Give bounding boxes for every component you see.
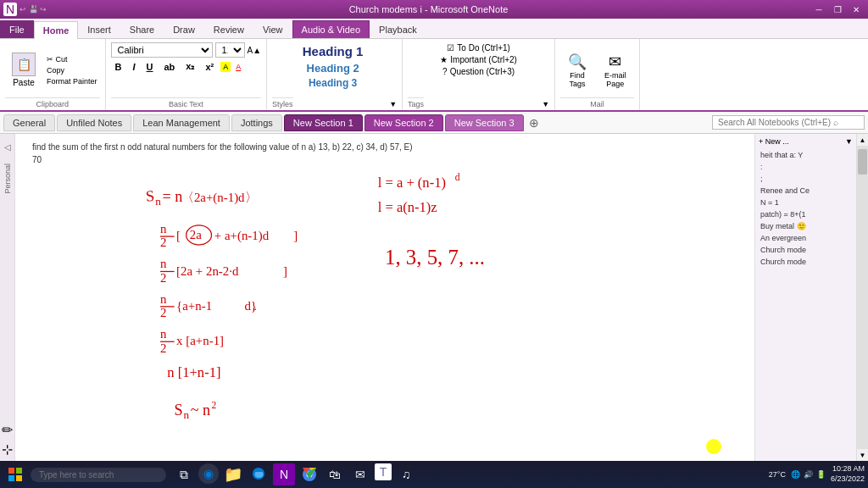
cortana-button[interactable]: ◉: [198, 463, 219, 484]
italic-button[interactable]: I: [128, 60, 139, 74]
nav-tab-newsection2[interactable]: New Section 2: [364, 114, 443, 131]
sidebar-note-1[interactable]: heit that a: Y: [759, 149, 853, 161]
add-section-button[interactable]: ⊕: [526, 116, 542, 130]
window-title: Church modems i - Microsoft OneNote: [349, 4, 509, 14]
styles-more-button[interactable]: ▼: [389, 100, 397, 108]
scroll-thumb[interactable]: [858, 149, 867, 175]
nav-tab-general[interactable]: General: [3, 114, 55, 131]
new-notebook-button[interactable]: + New ...: [759, 137, 789, 146]
svg-text:l = a + (n-1): l = a + (n-1): [378, 175, 446, 191]
copy-button[interactable]: Copy: [44, 65, 100, 75]
edge-button[interactable]: [248, 463, 270, 485]
font-size-select[interactable]: 11: [215, 42, 245, 58]
note-instruction-text: find the sum of the first n odd natural …: [32, 142, 737, 152]
paste-button[interactable]: 📋 Paste: [5, 42, 42, 97]
font-color-button[interactable]: A: [233, 62, 243, 72]
sidebar-select-tool[interactable]: ⊹: [2, 441, 13, 458]
superscript-button[interactable]: x²: [201, 60, 218, 74]
svg-text:S: S: [145, 187, 155, 205]
window-controls: ─ ❐ ✕: [810, 3, 865, 16]
svg-rect-38: [8, 475, 14, 481]
sidebar-note-5[interactable]: N = 1: [759, 197, 853, 208]
weather-temp: 27°C: [769, 470, 786, 479]
tab-file[interactable]: File: [0, 20, 34, 38]
question-tag[interactable]: ? Question (Ctrl+3): [440, 66, 517, 77]
bold-button[interactable]: B: [111, 60, 126, 74]
taskbar-search-input[interactable]: [31, 468, 166, 482]
sidebar-expand-icon[interactable]: ▼: [845, 137, 853, 146]
tab-draw[interactable]: Draw: [164, 20, 204, 38]
teams-button[interactable]: T: [375, 463, 392, 480]
task-view-button[interactable]: ⧉: [173, 463, 195, 485]
tab-playback[interactable]: Playback: [370, 20, 426, 38]
tab-insert[interactable]: Insert: [78, 20, 120, 38]
note-area[interactable]: find the sum of the first n odd natural …: [15, 134, 754, 461]
sidebar-note-6[interactable]: patch) = 8+(1: [759, 208, 853, 220]
underline-button[interactable]: U: [142, 60, 158, 74]
vertical-scrollbar[interactable]: ▲ ▼: [856, 134, 868, 461]
tab-home[interactable]: Home: [34, 21, 79, 39]
scroll-track[interactable]: [857, 146, 868, 449]
heading1-style[interactable]: Heading 1: [299, 42, 367, 61]
chrome-button[interactable]: [298, 463, 320, 485]
date-display: 6/23/2022: [831, 474, 865, 485]
font-name-select[interactable]: Calibri: [111, 42, 213, 58]
nav-tab-jottings[interactable]: Jottings: [231, 114, 282, 131]
tab-view[interactable]: View: [253, 20, 292, 38]
titlebar-left: N ↩ 💾 ↪: [3, 3, 47, 16]
heading3-style[interactable]: Heading 3: [305, 76, 360, 92]
minimize-button[interactable]: ─: [810, 3, 827, 16]
heading2-style[interactable]: Heading 2: [303, 61, 363, 77]
sidebar-note-4[interactable]: Renee and Ce: [759, 185, 853, 197]
sidebar-note-10[interactable]: Church mode: [759, 256, 853, 268]
sidebar-note-7[interactable]: Buy metal 🙂: [759, 220, 853, 232]
email-page-button[interactable]: ✉ E-mail Page: [598, 49, 633, 92]
nav-tab-unfiled[interactable]: Unfiled Notes: [57, 114, 131, 131]
scroll-down-button[interactable]: ▼: [857, 449, 868, 461]
nav-tab-newsection1[interactable]: New Section 1: [284, 114, 363, 131]
network-icon[interactable]: 🌐: [791, 470, 800, 479]
format-painter-button[interactable]: Format Painter: [44, 76, 100, 86]
svg-text:[2a + 2n-2·d: [2a + 2n-2·d: [176, 264, 239, 278]
start-button[interactable]: [3, 463, 27, 486]
cut-button[interactable]: ✂ Cut: [44, 54, 100, 64]
scroll-up-button[interactable]: ▲: [857, 134, 868, 146]
todo-tag[interactable]: ☑ To Do (Ctrl+1): [444, 42, 513, 53]
highlight-button[interactable]: A: [220, 62, 231, 72]
nav-tab-newsection3[interactable]: New Section 3: [445, 114, 524, 131]
subscript-button[interactable]: x₂: [181, 59, 198, 74]
volume-icon[interactable]: 🔊: [804, 470, 813, 479]
explorer-button[interactable]: 📁: [222, 463, 244, 485]
mail-button[interactable]: ✉: [349, 463, 371, 485]
svg-text:n: n: [160, 292, 167, 306]
tab-audiovideo[interactable]: Audio & Video: [292, 20, 370, 38]
sidebar-draw-tool[interactable]: ✏: [2, 422, 13, 438]
svg-rect-37: [16, 468, 22, 474]
sidebar-note-2[interactable]: :: [759, 161, 853, 173]
svg-text:2: 2: [160, 306, 166, 319]
sidebar-note-3[interactable]: ;: [759, 173, 853, 185]
grow-font-button[interactable]: A▲: [248, 46, 262, 55]
restore-button[interactable]: ❐: [829, 3, 846, 16]
sidebar-note-9[interactable]: Church mode: [759, 244, 853, 256]
notebook-search-input[interactable]: [712, 115, 865, 130]
sidebar-note-8[interactable]: An evergreen: [759, 232, 853, 244]
tab-review[interactable]: Review: [204, 20, 253, 38]
important-tag[interactable]: ★ Important (Ctrl+2): [437, 54, 520, 65]
svg-text:n: n: [183, 408, 189, 421]
svg-text:2: 2: [160, 341, 166, 355]
nav-tab-lean[interactable]: Lean Management: [133, 114, 230, 131]
onenote-taskbar-button[interactable]: N: [273, 463, 295, 485]
taskbar-icons: ⧉ ◉ 📁 N 🛍 ✉ T ♫: [173, 463, 417, 485]
note-content: find the sum of the first n odd natural …: [15, 134, 754, 461]
tab-share[interactable]: Share: [120, 20, 164, 38]
find-tags-button[interactable]: 🔍 Find Tags: [560, 49, 594, 92]
spotify-button[interactable]: ♫: [395, 463, 417, 485]
strikethrough-button[interactable]: ab: [160, 60, 180, 74]
store-button[interactable]: 🛍: [324, 463, 346, 485]
left-sidebar-toggle[interactable]: ◁: [4, 142, 11, 152]
close-button[interactable]: ✕: [848, 3, 865, 16]
battery-icon[interactable]: 🔋: [816, 470, 826, 479]
tags-more-button[interactable]: ▼: [542, 100, 549, 108]
svg-text:~ n: ~ n: [191, 402, 211, 419]
